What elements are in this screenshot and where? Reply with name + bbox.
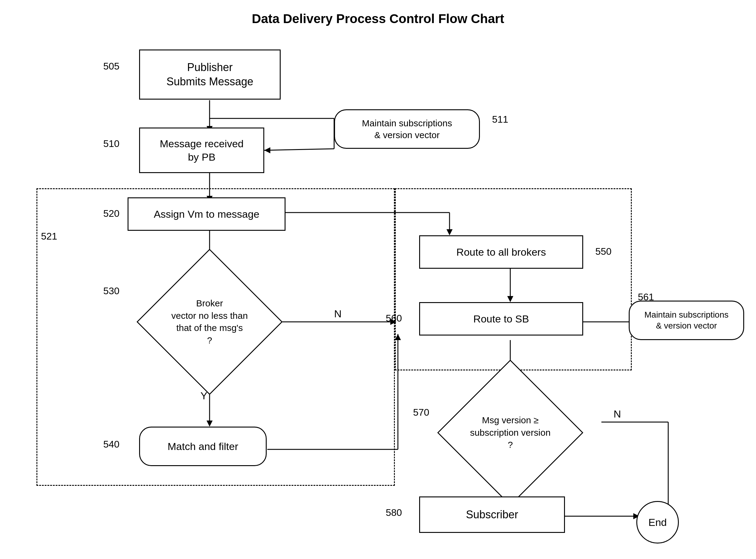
node-580-text: Subscriber xyxy=(466,508,518,522)
node-550-text: Route to all brokers xyxy=(457,245,546,259)
dashed-box-right xyxy=(395,188,632,371)
label-521: 521 xyxy=(41,231,57,242)
node-530-text: Brokervector no less thanthat of the msg… xyxy=(167,297,252,346)
label-520: 520 xyxy=(103,208,119,219)
node-end: End xyxy=(636,501,679,543)
node-510: Message received by PB xyxy=(139,128,264,173)
label-540: 540 xyxy=(103,439,119,450)
label-560: 560 xyxy=(386,313,402,324)
node-505: Publisher Submits Message xyxy=(139,49,281,99)
label-510: 510 xyxy=(103,138,119,149)
node-540-text: Match and filter xyxy=(168,440,238,453)
node-540: Match and filter xyxy=(139,427,267,466)
node-570: Msg version ≥subscription version? xyxy=(459,381,562,484)
svg-text:N: N xyxy=(614,408,621,420)
node-570-text: Msg version ≥subscription version? xyxy=(468,414,553,451)
node-550: Route to all brokers xyxy=(419,235,583,269)
label-550: 550 xyxy=(595,246,612,257)
node-560-text: Route to SB xyxy=(473,312,529,326)
node-580: Subscriber xyxy=(419,496,565,533)
node-530: Brokervector no less thanthat of the msg… xyxy=(158,270,261,374)
node-510-text: Message received by PB xyxy=(160,137,244,164)
label-530: 530 xyxy=(103,285,119,297)
chart-title: Data Delivery Process Control Flow Chart xyxy=(252,12,504,26)
node-505-text: Publisher Submits Message xyxy=(166,61,253,89)
label-580: 580 xyxy=(386,507,402,518)
node-511: Maintain subscriptions & version vector xyxy=(334,109,480,149)
node-end-text: End xyxy=(648,516,667,528)
node-511-text: Maintain subscriptions & version vector xyxy=(362,117,452,141)
label-570: 570 xyxy=(413,407,429,418)
svg-line-4 xyxy=(264,149,334,150)
node-560: Route to SB xyxy=(419,302,583,336)
label-561: 561 xyxy=(638,291,654,303)
node-561-text: Maintain subscriptions & version vector xyxy=(644,309,728,332)
label-505: 505 xyxy=(103,61,119,72)
node-520-text: Assign Vm to message xyxy=(154,207,260,221)
label-511: 511 xyxy=(492,114,508,125)
diagram: Data Delivery Process Control Flow Chart… xyxy=(0,0,756,559)
node-561: Maintain subscriptions & version vector xyxy=(629,300,744,340)
node-520: Assign Vm to message xyxy=(128,197,286,231)
svg-marker-5 xyxy=(264,147,270,153)
